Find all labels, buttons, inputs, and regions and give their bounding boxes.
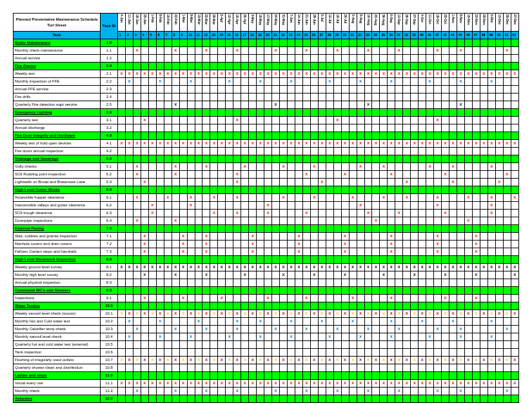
section-header: Water Testing10.0	[14, 302, 519, 310]
section-header: Asbestos12.0	[14, 395, 519, 403]
task-row: SC9 trough clearance6.3XXXXXXXXX	[14, 210, 519, 217]
task-row: Monthly check11.2XXXXXXXXXXXX	[14, 388, 519, 395]
task-row: Fire drills2.4	[14, 93, 519, 101]
task-row: SC6 Rodding point inspection5.2XXXXXXXX	[14, 171, 519, 179]
task-row: Lightwells on Broad and Brasenose Lane5.…	[14, 179, 519, 186]
task-row: Monthly check maintenance1.1XXXXXXXXXXXX	[14, 47, 519, 55]
section-header: External Paving7.0	[14, 225, 519, 233]
section-header: High Level Gutter Works6.0	[14, 186, 519, 194]
section-header: Ladder and steps11.0	[14, 372, 519, 380]
task-row: Downpipe inspections6.4XXXX	[14, 217, 519, 225]
task-row: Annual physical inspection8.3	[14, 279, 519, 287]
task-row: Flushing of irregularly used outlets10.7…	[14, 357, 519, 364]
task-row: Quarterly test3.1XXXX	[14, 117, 519, 124]
section-header: Communal WC's and Showers9.0	[14, 287, 519, 295]
section-header: Fire Door Integrity and Hardware4.0	[14, 132, 519, 140]
task-row: Monthly inspection of FFE2.2XXXXXXXXXXXX	[14, 78, 519, 86]
task-row: Inaccessible valleys and gutter clearanc…	[14, 202, 519, 210]
task-row: Weekly test of hold open devices4.1XXXXX…	[14, 140, 519, 148]
task-row: Accessible hopper clearance6.1XXXXXXXXXX…	[14, 194, 519, 202]
task-row: Fire doors annual inspection4.2	[14, 148, 519, 155]
section-header: Drainage and Sewerage5.0	[14, 155, 519, 163]
task-row: Inspections9.1XXXXXXXXX	[14, 295, 519, 302]
task-row: Weekly test2.1XXXXXXXXXXXXXXXXXXXXXXXXXX…	[14, 70, 519, 78]
task-row: Fellows Garden steps and handrails7.3XXX…	[14, 248, 519, 256]
task-row: Quarterly hot and cold water test (exter…	[14, 341, 519, 349]
task-row: Manhole covers and drain covers7.2XXXXXX…	[14, 241, 519, 248]
task-row: Tank inspection10.6	[14, 349, 519, 357]
task-row: Monthly Calorifier temp check10.3XXXXXXX…	[14, 326, 519, 333]
task-row: Monthly high level survey8.2XXXXXXXXXXXX	[14, 271, 519, 279]
task-row: Weekly ground level survey8.1XXXXXXXXXXX…	[14, 264, 519, 271]
task-row: Visual every use11.1XXXXXXXXXXXXXXXXXXXX…	[14, 380, 519, 388]
section-header: Fire Alarms2.0	[14, 63, 519, 70]
section-header: Boiler Maintenance1.0	[14, 39, 519, 47]
task-row: Slab, cobbles and granite inspection7.1X…	[14, 233, 519, 241]
task-row: Annual service1.2	[14, 55, 519, 63]
task-row: Annual FFE service2.3	[14, 86, 519, 93]
task-row: Monthly sanosil level check10.4XXXXXXXXX…	[14, 333, 519, 341]
task-row: Quarterly shower clean and disinfection1…	[14, 364, 519, 372]
task-row: Quarterly Fire detection eqpt service2.5…	[14, 101, 519, 109]
task-row: Annual discharge3.2	[14, 124, 519, 132]
section-header: Emergency Lighting3.0	[14, 109, 519, 117]
section-header: High Level Stonework Inspection8.0	[14, 256, 519, 264]
task-row: Monthly Hot and Cold water test10.2XXXXX…	[14, 318, 519, 326]
task-row: Weekly sanosil level check (scouts)10.1X…	[14, 310, 519, 318]
task-row: Gully checks5.1XXXXXXXXXXX	[14, 163, 519, 171]
ppm-schedule-table: Planned Preventative Maintenance Schedul…	[13, 13, 519, 403]
